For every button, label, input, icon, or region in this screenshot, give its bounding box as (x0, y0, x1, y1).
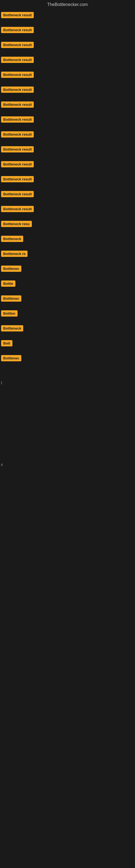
item-spacer (0, 288, 135, 294)
bottleneck-item: Bottleneck result (1, 12, 134, 18)
bottleneck-badge[interactable]: Bottleneck result (1, 206, 34, 212)
bottleneck-item: Bottleneck resu (1, 221, 134, 227)
item-spacer (0, 124, 135, 130)
item-spacer (0, 80, 135, 85)
bottleneck-badge[interactable]: Bottleneck result (1, 191, 34, 197)
bottleneck-badge[interactable]: Bottleneck result (1, 146, 34, 152)
bottleneck-badge[interactable]: Bottleneck result (1, 161, 34, 167)
item-spacer (0, 244, 135, 249)
bottom-char: c (0, 461, 135, 468)
bottleneck-item: Bottle (1, 280, 134, 287)
bottleneck-badge[interactable]: Bottlenec (1, 355, 21, 361)
item-spacer (0, 20, 135, 25)
bottleneck-list: Bottleneck resultBottleneck resultBottle… (0, 12, 135, 361)
bottleneck-item: Bottlenec (1, 266, 134, 272)
bottleneck-item: Bottlenec (1, 355, 134, 361)
bottleneck-badge[interactable]: Bott (1, 340, 12, 346)
item-spacer (0, 258, 135, 264)
bottleneck-item: Bottleneck result (1, 72, 134, 78)
spacer-after-list (0, 363, 135, 379)
single-char-indicator: | (0, 379, 135, 385)
item-spacer (0, 348, 135, 353)
bottleneck-badge[interactable]: Bottleneck resu (1, 221, 32, 227)
item-spacer (0, 184, 135, 189)
item-spacer (0, 65, 135, 70)
bottom-space (0, 468, 135, 576)
item-spacer (0, 109, 135, 115)
bottleneck-item: Bottleneck result (1, 101, 134, 108)
bottleneck-badge[interactable]: Bottleneck result (1, 12, 34, 18)
bottleneck-item: Bottleneck (1, 236, 134, 242)
item-spacer (0, 199, 135, 204)
item-spacer (0, 139, 135, 145)
bottleneck-badge[interactable]: Bottleneck (1, 325, 23, 332)
bottleneck-item: Bottleneck result (1, 176, 134, 182)
bottleneck-item: Bottlenec (1, 296, 134, 302)
bottleneck-badge[interactable]: Bottleneck result (1, 176, 34, 182)
bottleneck-item: Bottleneck (1, 325, 134, 332)
bottleneck-badge[interactable]: Bottleneck result (1, 72, 34, 78)
bottleneck-badge[interactable]: Bottleneck result (1, 101, 34, 108)
item-spacer (0, 50, 135, 55)
bottleneck-badge[interactable]: Bottleneck result (1, 131, 34, 137)
bottleneck-item: Bottleneck re (1, 251, 134, 257)
bottleneck-badge[interactable]: Bottle (1, 280, 15, 287)
item-spacer (0, 303, 135, 309)
item-spacer (0, 229, 135, 234)
bottleneck-badge[interactable]: Bottlen (1, 310, 17, 316)
item-spacer (0, 35, 135, 40)
bottleneck-item: Bottleneck result (1, 27, 134, 33)
bottleneck-badge[interactable]: Bottleneck result (1, 116, 34, 123)
item-spacer (0, 94, 135, 100)
bottleneck-badge[interactable]: Bottlenec (1, 296, 21, 302)
bottleneck-item: Bottleneck result (1, 206, 134, 212)
bottleneck-badge[interactable]: Bottleneck result (1, 57, 34, 63)
item-spacer (0, 214, 135, 219)
bottleneck-badge[interactable]: Bottleneck (1, 236, 23, 242)
bottleneck-item: Bottleneck result (1, 57, 134, 63)
bottleneck-item: Bottleneck result (1, 87, 134, 93)
item-spacer (0, 169, 135, 175)
bottleneck-badge[interactable]: Bottleneck re (1, 251, 28, 257)
bottleneck-badge[interactable]: Bottlenec (1, 266, 21, 272)
bottleneck-item: Bottleneck result (1, 146, 134, 152)
site-title: TheBottlenecker.com (0, 0, 135, 10)
site-header: TheBottlenecker.com (0, 0, 135, 10)
item-spacer (0, 273, 135, 279)
bottleneck-item: Bottleneck result (1, 191, 134, 197)
bottleneck-item: Bottleneck result (1, 116, 134, 123)
item-spacer (0, 333, 135, 339)
bottleneck-item: Bott (1, 340, 134, 346)
item-spacer (0, 318, 135, 323)
bottleneck-item: Bottleneck result (1, 161, 134, 167)
bottleneck-badge[interactable]: Bottleneck result (1, 42, 34, 48)
bottleneck-item: Bottleneck result (1, 42, 134, 48)
bottleneck-badge[interactable]: Bottleneck result (1, 27, 34, 33)
large-gap (0, 385, 135, 461)
bottleneck-item: Bottleneck result (1, 131, 134, 137)
bottleneck-badge[interactable]: Bottleneck result (1, 87, 34, 93)
item-spacer (0, 154, 135, 159)
bottleneck-item: Bottlen (1, 310, 134, 316)
